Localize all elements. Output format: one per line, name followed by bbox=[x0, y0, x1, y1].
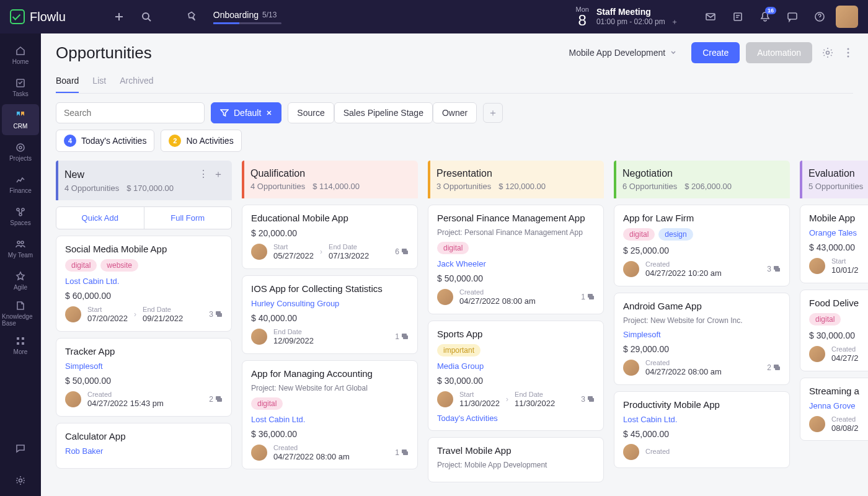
more-icon[interactable] bbox=[843, 44, 853, 61]
card-amount: $ 40,000.00 bbox=[251, 313, 409, 323]
card-link[interactable]: Simplesoft bbox=[623, 330, 781, 339]
gear-icon[interactable] bbox=[818, 43, 837, 62]
search-input[interactable] bbox=[56, 102, 205, 123]
pipeline-select[interactable]: Mobile App Development bbox=[560, 43, 685, 63]
card-link[interactable]: Jenna Grove bbox=[809, 401, 868, 410]
svg-rect-37 bbox=[775, 268, 780, 272]
opportunity-card[interactable]: Streaming aJenna GroveCreated08/08/2 bbox=[800, 378, 868, 441]
nav-item-my-team[interactable]: My Team bbox=[2, 233, 39, 264]
card-link[interactable]: Jack Wheeler bbox=[437, 259, 595, 268]
comments-count[interactable]: 1 bbox=[395, 448, 409, 457]
create-button[interactable]: Create bbox=[691, 42, 740, 63]
opportunity-card[interactable]: Educational Mobile App$ 20,000.00Start05… bbox=[242, 205, 418, 269]
column-header: New⋮＋4 Opportunities$ 170,000.00 bbox=[56, 161, 232, 200]
tag[interactable]: digital bbox=[251, 397, 283, 410]
card-link[interactable]: Simplesoft bbox=[65, 361, 223, 371]
opportunity-card[interactable]: Social Media Mobile AppdigitalwebsiteLos… bbox=[56, 236, 232, 332]
comments-count[interactable]: 6 bbox=[395, 247, 409, 256]
help-icon[interactable] bbox=[808, 6, 831, 28]
card-link[interactable]: Lost Cabin Ltd. bbox=[251, 415, 409, 424]
nav-item-home[interactable]: Home bbox=[2, 40, 39, 71]
nav-item-projects[interactable]: Projects bbox=[2, 136, 39, 167]
opportunity-card[interactable]: Sports AppimportantMedia Group$ 30,000.0… bbox=[428, 321, 604, 431]
card-link[interactable]: Lost Cabin Ltd. bbox=[623, 415, 781, 424]
column-neg: Negotiation6 Opportunities$ 206,000.00Ap… bbox=[614, 161, 790, 496]
tag[interactable]: design bbox=[658, 228, 693, 241]
mail-icon[interactable] bbox=[699, 6, 722, 28]
opportunity-card[interactable]: Tracker AppSimplesoft$ 50,000.00Created0… bbox=[56, 338, 232, 417]
opportunity-card[interactable]: Personal Finance Management AppProject: … bbox=[428, 205, 604, 314]
calendar-event[interactable]: Mon 8 Staff Meeting 01:00 pm - 02:00 pm … bbox=[576, 6, 678, 28]
bell-icon[interactable]: 16 bbox=[754, 6, 776, 28]
card-link[interactable]: Lost Cabin Ltd. bbox=[65, 277, 223, 286]
chat-icon[interactable] bbox=[781, 6, 804, 28]
tab-board[interactable]: Board bbox=[56, 72, 79, 93]
column-name: Qualification bbox=[250, 168, 305, 179]
automation-button[interactable]: Automation bbox=[746, 42, 812, 63]
nav-item-finance[interactable]: Finance bbox=[2, 169, 39, 200]
opportunity-card[interactable]: App for Managing AccountingProject: New … bbox=[242, 360, 418, 470]
tag[interactable]: digital bbox=[623, 228, 655, 241]
filter-chip-owner[interactable]: Owner bbox=[433, 102, 477, 123]
nav-item-more[interactable]: More bbox=[2, 330, 39, 361]
tab-archived[interactable]: Archived bbox=[120, 72, 153, 93]
nav-label: My Team bbox=[8, 252, 33, 259]
column-add-icon[interactable]: ＋ bbox=[213, 168, 223, 181]
tag[interactable]: important bbox=[437, 344, 480, 356]
opportunity-card[interactable]: Calculator AppRob Baker bbox=[56, 423, 232, 469]
activity-chip[interactable]: 4Today's Activities bbox=[56, 130, 154, 152]
nav-icon bbox=[15, 78, 26, 89]
comments-count[interactable]: 2 bbox=[209, 395, 223, 404]
nav-item-agile[interactable]: Agile bbox=[2, 265, 39, 296]
opportunity-card[interactable]: App for Law Firmdigitaldesign$ 25,000.00… bbox=[614, 205, 790, 286]
nav-item-crm[interactable]: CRM bbox=[2, 104, 39, 135]
comments-count[interactable]: 3 bbox=[767, 265, 781, 273]
filter-chip-sales-pipeline-stage[interactable]: Sales Pipeline Stage bbox=[334, 102, 433, 123]
onboarding-widget[interactable]: Onboarding 5/13 bbox=[213, 10, 281, 24]
opportunity-card[interactable]: Android Game AppProject: New Website for… bbox=[614, 293, 790, 385]
nav-chat-icon[interactable] bbox=[2, 433, 39, 464]
tag[interactable]: digital bbox=[809, 313, 841, 326]
pin-icon[interactable] bbox=[181, 6, 203, 28]
full-form-button[interactable]: Full Form bbox=[144, 207, 232, 229]
opportunity-card[interactable]: Mobile AppOrange Tales$ 43,000.00Start10… bbox=[800, 205, 868, 283]
quick-add-button[interactable]: Quick Add bbox=[56, 207, 144, 229]
column-menu-icon[interactable]: ⋮ bbox=[198, 168, 208, 181]
add-filter-button[interactable]: ＋ bbox=[483, 103, 503, 123]
card-link[interactable]: Hurley Consulting Group bbox=[251, 299, 409, 308]
comments-count[interactable]: 1 bbox=[395, 332, 409, 341]
tag[interactable]: digital bbox=[437, 242, 469, 254]
avatar bbox=[251, 445, 267, 461]
comments-count[interactable]: 3 bbox=[581, 395, 595, 404]
nav-settings-icon[interactable] bbox=[2, 465, 39, 496]
opportunity-card[interactable]: Travel Mobile AppProject: Mobile App Dev… bbox=[428, 437, 604, 482]
comments-count[interactable]: 1 bbox=[581, 293, 595, 301]
nav-item-knowledge-base[interactable]: Knowledge Base bbox=[2, 298, 39, 329]
calendar-add-icon[interactable]: ＋ bbox=[671, 17, 678, 26]
card-amount: $ 30,000.00 bbox=[437, 376, 595, 386]
logo[interactable]: Flowlu bbox=[10, 9, 66, 24]
opportunity-card[interactable]: IOS App for Collecting StatisticsHurley … bbox=[242, 275, 418, 354]
chevron-right-icon: › bbox=[320, 247, 322, 256]
note-icon[interactable] bbox=[727, 6, 749, 28]
search-icon[interactable] bbox=[135, 6, 157, 28]
tag[interactable]: website bbox=[100, 259, 138, 272]
today-activities-link[interactable]: Today's Activities bbox=[437, 414, 595, 423]
card-link[interactable]: Media Group bbox=[437, 361, 595, 371]
comments-count[interactable]: 3 bbox=[209, 310, 223, 319]
card-link[interactable]: Orange Tales bbox=[809, 228, 868, 237]
opportunity-card[interactable]: Food Delivedigital$ 30,000.00Created04/2… bbox=[800, 290, 868, 371]
opportunity-card[interactable]: Productivity Mobile AppLost Cabin Ltd.$ … bbox=[614, 391, 790, 468]
filter-default-chip[interactable]: Default bbox=[211, 102, 281, 123]
tag[interactable]: digital bbox=[65, 259, 97, 272]
user-avatar[interactable] bbox=[836, 6, 858, 28]
card-link[interactable]: Rob Baker bbox=[65, 446, 223, 456]
filter-chip-source[interactable]: Source bbox=[288, 102, 334, 123]
activity-chip[interactable]: 2No Activities bbox=[161, 130, 241, 152]
nav-item-tasks[interactable]: Tasks bbox=[2, 72, 39, 103]
nav-item-spaces[interactable]: Spaces bbox=[2, 201, 39, 232]
add-icon[interactable] bbox=[108, 6, 130, 28]
close-icon[interactable] bbox=[266, 110, 272, 116]
comments-count[interactable]: 2 bbox=[767, 363, 781, 372]
tab-list[interactable]: List bbox=[92, 72, 106, 93]
